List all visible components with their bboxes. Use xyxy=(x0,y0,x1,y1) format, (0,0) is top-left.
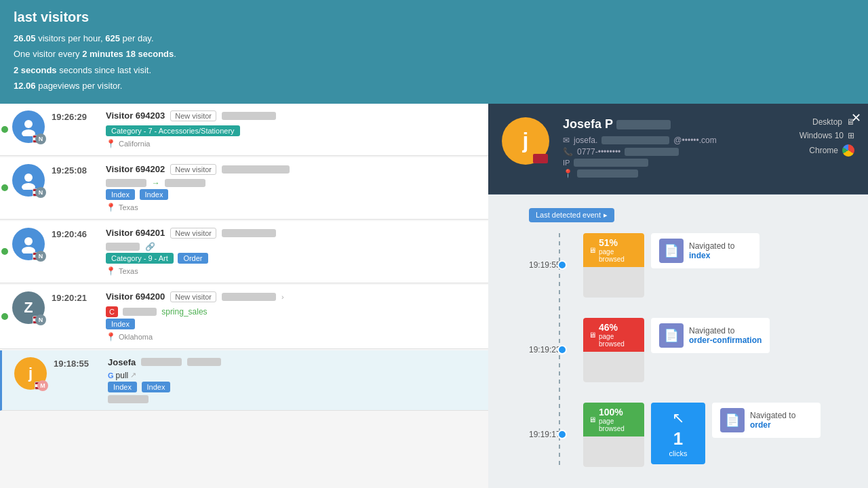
visitor-tags: C spring_sales Index xyxy=(106,305,480,329)
ip-label: IP xyxy=(563,159,570,167)
list-item: N 19:26:29 Visitor 694203 New visitor Ca… xyxy=(0,104,488,156)
link-icon: 🔗 xyxy=(145,242,155,251)
visitor-tags: → Index Index xyxy=(106,178,480,200)
location-text: Oklahoma xyxy=(119,333,153,341)
blurred-ref2 xyxy=(165,179,205,187)
svg-point-2 xyxy=(24,174,33,182)
tag: Index xyxy=(106,319,135,329)
header: last visitors 26.05 visitors per hour, 6… xyxy=(0,0,868,104)
nav-label: Navigated to xyxy=(689,326,762,336)
navigate-card: 📄 Navigated to index xyxy=(651,233,760,268)
spring-sales-label: spring_sales xyxy=(161,307,207,317)
event-time: 19:19:23 xyxy=(529,345,561,354)
location-text: Texas xyxy=(119,267,138,275)
visitor-info: Visitor 694203 New visitor Category - 7 … xyxy=(106,110,480,148)
new-visitor-badge: New visitor xyxy=(170,110,216,121)
timeline: 19:19:55 🖥 51% page browsed xyxy=(529,233,854,467)
visitor-list: N 19:26:29 Visitor 694203 New visitor Ca… xyxy=(0,104,488,488)
external-link-icon: ↗ xyxy=(130,371,136,380)
page-preview xyxy=(583,267,644,298)
close-button[interactable]: ✕ xyxy=(851,110,861,125)
new-visitor-badge: New visitor xyxy=(170,164,216,175)
profile-flag-icon xyxy=(533,154,548,163)
visitor-tags: 🔗 Category - 9 - Art Order xyxy=(106,241,480,264)
clicks-card: ↖ 1 clicks xyxy=(651,403,705,464)
page-pct: 100% xyxy=(599,407,639,418)
letter-badge: M xyxy=(37,380,48,391)
nav-label: Navigated to xyxy=(750,411,795,420)
page-pct: 51% xyxy=(599,237,639,248)
list-item: N 19:25:08 Visitor 694202 New visitor → … xyxy=(0,157,488,220)
blurred-id xyxy=(187,358,221,366)
arrow-small: › xyxy=(281,293,284,301)
page-browsed-header: 🖥 46% page browsed xyxy=(583,318,644,352)
nav-info: Navigated to order-confirmation xyxy=(689,326,762,345)
svg-point-0 xyxy=(24,120,33,128)
blurred-email xyxy=(601,136,669,144)
nav-info: Navigated to index xyxy=(689,241,734,260)
visitor-tags: G pull ↗ Index Index xyxy=(108,370,480,392)
cursor-icon: ↖ xyxy=(672,409,684,427)
monitor-icon: 🖥 xyxy=(589,415,596,424)
visitor-info: Visitor 694201 New visitor 🔗 Category - … xyxy=(106,228,480,276)
nav-icon: 📄 xyxy=(720,408,745,432)
page-label: page browsed xyxy=(599,418,639,432)
profile-ip: IP xyxy=(563,159,786,167)
page-browsed-card: 🖥 100% page browsed xyxy=(583,403,644,467)
nav-icon: 📄 xyxy=(659,239,684,263)
event-time: 19:19:17 xyxy=(529,430,561,439)
location-icon: 📍 xyxy=(563,169,573,178)
nav-destination: order-confirmation xyxy=(689,336,762,345)
blurred-coupon xyxy=(123,308,157,316)
google-icon: G xyxy=(108,371,114,380)
new-visitor-badge: New visitor xyxy=(170,291,216,302)
windows-icon: ⊞ xyxy=(848,131,854,140)
status-dot xyxy=(1,248,8,255)
letter-badge: N xyxy=(35,251,46,262)
visitor-top: Visitor 694203 New visitor xyxy=(106,110,480,121)
list-item: N 19:20:46 Visitor 694201 New visitor 🔗 … xyxy=(0,221,488,283)
avatar: j M xyxy=(14,357,47,390)
location-text: Texas xyxy=(119,203,138,211)
event-time: 19:19:55 xyxy=(529,260,561,270)
visitor-id: Visitor 694201 xyxy=(106,228,165,238)
page-label: page browsed xyxy=(599,248,639,263)
profile-location: 📍 xyxy=(563,169,786,178)
visitor-tags: Category - 7 - Accessories/Stationery xyxy=(106,124,480,136)
location-text: California xyxy=(119,140,150,148)
tag: Category - 7 - Accessories/Stationery xyxy=(106,125,240,136)
desktop-info: Desktop 🖥 xyxy=(800,117,854,127)
avatar: Z N xyxy=(12,291,45,324)
blurred-ref xyxy=(106,243,140,251)
visit-time: 19:25:08 xyxy=(52,165,99,176)
blurred-city xyxy=(577,169,638,178)
status-dot xyxy=(1,184,8,191)
page-preview xyxy=(583,352,644,382)
visitor-top: Josefa xyxy=(108,357,480,367)
location: 📍 California xyxy=(106,139,480,148)
visitor-top: Visitor 694200 New visitor › xyxy=(106,291,480,302)
status-dot xyxy=(1,126,8,133)
location: 📍 Oklahoma xyxy=(106,332,480,342)
visitor-id: Josefa xyxy=(108,357,136,367)
monitor-icon: 🖥 xyxy=(589,331,596,339)
event-content: 🖥 100% page browsed ↖ 1 clicks xyxy=(583,403,854,467)
profile-avatar: j xyxy=(502,117,549,165)
timeline-section: Last detected event ▸ 19:19:55 🖥 51% xyxy=(488,195,868,488)
location-icon: 📍 xyxy=(106,266,116,276)
tag: Index xyxy=(140,189,169,200)
nav-icon: 📄 xyxy=(659,323,684,348)
visitor-top: Visitor 694201 New visitor xyxy=(106,228,480,239)
page-browsed-header: 🖥 51% page browsed xyxy=(583,233,644,267)
tag: Index xyxy=(142,382,171,392)
location-icon: 📍 xyxy=(106,332,116,342)
profile-info: Josefa P ✉ josefa. @••••••.com 📞 0777-••… xyxy=(563,117,786,180)
timeline-dot xyxy=(557,260,567,270)
click-count: 1 xyxy=(673,428,683,449)
page-browsed-header: 🖥 100% page browsed xyxy=(583,403,644,436)
page-browsed-card: 🖥 51% page browsed xyxy=(583,233,644,298)
browser-info: Chrome xyxy=(800,144,854,157)
page-browsed-card: 🖥 46% page browsed xyxy=(583,318,644,382)
blurred-surname xyxy=(616,120,671,129)
navigate-card: 📄 Navigated to order-confirmation xyxy=(651,318,770,353)
